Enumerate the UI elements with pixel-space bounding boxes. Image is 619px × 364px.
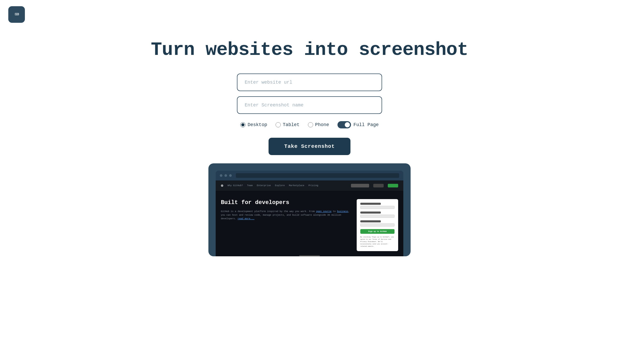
- form-disclaimer: By clicking "Sign up to GitHub", you agr…: [360, 236, 395, 247]
- options-row: Desktop Tablet Phone Full Page: [240, 121, 379, 128]
- tablet-option[interactable]: Tablet: [276, 122, 300, 127]
- github-main: Built for developers GitHub is a develop…: [216, 189, 403, 256]
- browser-address-bar: [236, 173, 399, 178]
- take-screenshot-button[interactable]: Take Screenshot: [269, 138, 350, 155]
- main-content: Turn websites into screenshot Desktop Ta…: [0, 29, 619, 267]
- phone-label: Phone: [315, 122, 329, 127]
- toggle-slider: [337, 121, 351, 128]
- form-container: Desktop Tablet Phone Full Page Take Scre…: [237, 74, 382, 155]
- tablet-radio[interactable]: [276, 122, 281, 127]
- desktop-label: Desktop: [248, 122, 267, 127]
- fullpage-toggle[interactable]: [337, 121, 351, 128]
- nav-item-5: Marketplace: [289, 184, 304, 187]
- browser-dot-2: [224, 174, 227, 177]
- browser-dot-1: [220, 174, 222, 177]
- logo-icon: ⌨: [15, 10, 19, 19]
- browser-dot-3: [229, 174, 232, 177]
- nav-item-2: Team: [247, 184, 253, 187]
- desktop-radio[interactable]: [240, 122, 245, 127]
- scrollbar: [299, 255, 320, 256]
- github-heading: Built for developers: [221, 199, 351, 207]
- nav-item-4: Explore: [275, 184, 285, 187]
- nav-signin: [373, 184, 384, 187]
- nav-item-3: Enterprise: [257, 184, 271, 187]
- business-link: business: [337, 210, 348, 213]
- fullpage-option[interactable]: Full Page: [337, 121, 379, 128]
- screenshot-name-input[interactable]: [237, 96, 382, 114]
- field-email-label: [360, 212, 381, 214]
- app-header: ⌨: [0, 0, 619, 29]
- tablet-label: Tablet: [283, 122, 300, 127]
- github-logo-icon: ⊛: [221, 183, 223, 188]
- browser-toolbar: [216, 171, 403, 180]
- field-password-label: [360, 220, 381, 222]
- open-source-link: open source: [316, 210, 331, 213]
- github-signup-form: Sign up to GitHub By clicking "Sign up t…: [357, 199, 398, 251]
- phone-option[interactable]: Phone: [308, 122, 329, 127]
- github-signup-button: Sign up to GitHub: [360, 229, 395, 234]
- field-password-input: [360, 223, 395, 227]
- field-username-input: [360, 206, 395, 209]
- github-nav: ⊛ Why GitHub? Team Enterprise Explore Ma…: [216, 180, 403, 191]
- browser-mockup: ⊛ Why GitHub? Team Enterprise Explore Ma…: [216, 171, 403, 256]
- github-left: Built for developers GitHub is a develop…: [221, 199, 351, 251]
- nav-item-1: Why GitHub?: [228, 184, 243, 187]
- phone-radio[interactable]: [308, 122, 313, 127]
- preview-container: ⊛ Why GitHub? Team Enterprise Explore Ma…: [208, 163, 411, 256]
- logo-box: ⌨: [8, 6, 25, 23]
- nav-search: [351, 184, 369, 187]
- nav-signup: [388, 184, 398, 187]
- read-more-link: read more...: [238, 217, 255, 220]
- desktop-option[interactable]: Desktop: [240, 122, 267, 127]
- url-input[interactable]: [237, 74, 382, 91]
- github-subtext: GitHub is a development platform inspire…: [221, 210, 351, 221]
- fullpage-label: Full Page: [354, 122, 379, 127]
- logo-container: ⌨: [8, 6, 611, 23]
- hero-title: Turn websites into screenshot: [151, 39, 468, 61]
- field-email-input: [360, 215, 395, 218]
- nav-item-6: Pricing: [308, 184, 318, 187]
- browser-content: ⊛ Why GitHub? Team Enterprise Explore Ma…: [216, 180, 403, 256]
- field-username-label: [360, 203, 381, 205]
